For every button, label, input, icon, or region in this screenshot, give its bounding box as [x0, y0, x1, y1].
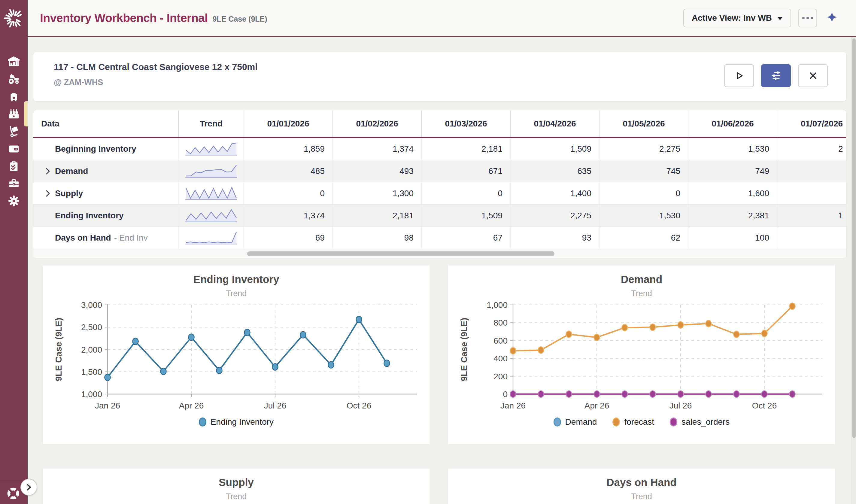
page-title: Inventory Workbench - Internal [40, 12, 208, 25]
table-cell: 745 [600, 160, 689, 182]
sidebar-item-inventory[interactable] [0, 105, 28, 123]
tank-icon [7, 90, 20, 103]
sidebar-item-settings[interactable] [0, 192, 28, 210]
sidebar-item-finance[interactable] [0, 140, 28, 157]
trend-sparkline [179, 227, 244, 249]
active-view-dropdown[interactable]: Active View: Inv WB [683, 9, 791, 27]
y-tick-label: 1,000 [486, 300, 507, 310]
trend-sparkline [179, 182, 244, 204]
sidebar [0, 0, 28, 504]
table-cell: 1,300 [333, 182, 422, 204]
expand-row-chevron[interactable] [46, 190, 55, 197]
column-header-01-04-2026: 01/04/2026 [511, 110, 600, 137]
sliders-icon [771, 70, 782, 81]
table-cell: 2,275 [511, 204, 600, 227]
x-tick-label: Apr 26 [179, 401, 204, 410]
y-tick-label: 1,000 [81, 390, 102, 399]
column-header-data: Data [33, 110, 179, 137]
more-options-button[interactable] [798, 9, 817, 27]
table-cell: 1,400 [511, 182, 600, 204]
table-row-ending-inventory[interactable]: Ending Inventory1,3742,1811,5092,2751,53… [33, 204, 846, 227]
table-row-demand[interactable]: Demand485493671635745749 [33, 160, 846, 182]
row-label: Demand [33, 160, 179, 182]
bottle-crate-icon [7, 108, 20, 120]
chart-title: Supply [43, 469, 429, 488]
legend-item-forecast[interactable]: forecast [612, 417, 654, 427]
active-view-label: Active View: Inv WB [692, 13, 772, 23]
app-logo-burst [2, 7, 25, 30]
table-cell: 635 [511, 160, 600, 182]
series-ending-inventory [105, 316, 390, 381]
row-sublabel: - End Inv [114, 233, 148, 243]
legend-item-demand[interactable]: Demand [554, 417, 597, 427]
sidebar-item-tasks[interactable] [0, 157, 28, 175]
legend-label: Demand [565, 417, 597, 427]
app-logo[interactable] [0, 0, 28, 37]
table-cell: 1,600 [689, 182, 777, 204]
x-tick-label: Apr 26 [584, 401, 609, 410]
gear-icon [7, 195, 20, 207]
x-tick-label: Jan 26 [95, 401, 120, 410]
table-cell [777, 227, 846, 249]
toolbox-icon [7, 177, 20, 190]
play-icon [734, 71, 744, 81]
chart-title: Days on Hand [448, 469, 835, 488]
series-sales-orders [510, 391, 795, 397]
legend-item-ending-inventory[interactable]: Ending Inventory [199, 417, 274, 427]
table-row-beginning-inventory[interactable]: Beginning Inventory1,8591,3742,1811,5092… [33, 138, 846, 160]
sidebar-item-warehouse[interactable] [0, 53, 28, 70]
sidebar-item-tractor[interactable] [0, 70, 28, 88]
table-cell: 0 [244, 182, 333, 204]
y-tick-label: 2,500 [81, 323, 102, 332]
column-header-01-01-2026: 01/01/2026 [244, 110, 333, 137]
sidebar-item-shipping[interactable] [0, 123, 28, 140]
table-cell: 100 [689, 227, 777, 249]
table-cell: 0 [422, 182, 511, 204]
close-button[interactable] [798, 64, 828, 87]
table-cell: 69 [244, 227, 333, 249]
chevron-down-icon [777, 17, 783, 20]
column-header-01-02-2026: 01/02/2026 [333, 110, 422, 137]
y-axis-label: 9LE Case (9LE) [459, 318, 469, 381]
chart-legend: Demandforecastsales_orders [448, 417, 835, 427]
horizontal-scrollbar [33, 249, 846, 258]
clipboard-check-icon [7, 160, 20, 173]
table-cell: 98 [333, 227, 422, 249]
sidebar-expand-button[interactable] [20, 479, 37, 496]
run-button[interactable] [724, 64, 754, 87]
chart-title: Ending Inventory [43, 266, 429, 285]
trend-sparkline [179, 204, 244, 227]
table-cell: 62 [600, 227, 689, 249]
table-header-row: DataTrend01/01/202601/02/202601/03/20260… [33, 110, 846, 138]
table-cell: 1 [777, 204, 846, 227]
chart-legend: Ending Inventory [43, 417, 429, 427]
table-cell: 2,181 [333, 204, 422, 227]
data-table: DataTrend01/01/202601/02/202601/03/20260… [33, 110, 846, 258]
warehouse-icon [7, 55, 20, 68]
ending-inventory-plot: 1,0001,5002,0002,5003,000Jan 26Apr 26Jul… [43, 300, 429, 417]
column-header-trend: Trend [179, 110, 244, 137]
y-tick-label: 600 [494, 336, 507, 345]
column-header-01-07-2026: 01/07/2026 [777, 110, 846, 137]
ai-sparkle-icon[interactable] [824, 11, 839, 25]
expand-row-chevron[interactable] [46, 167, 55, 175]
sidebar-item-tank[interactable] [0, 88, 28, 105]
legend-item-sales-orders[interactable]: sales_orders [670, 417, 730, 427]
demand-plot: 02004006008001,000Jan 26Apr 26Jul 26Oct … [448, 300, 835, 417]
help-button[interactable] [6, 487, 20, 500]
table-cell: 1,374 [333, 138, 422, 160]
vertical-scrollbar-thumb[interactable] [852, 38, 856, 438]
horizontal-scrollbar-thumb[interactable] [247, 251, 554, 256]
adjust-settings-button[interactable] [761, 64, 791, 87]
chart-card-ending-inventory: Ending Inventory Trend 1,0001,5002,0002,… [43, 266, 429, 444]
chevron-right-icon [25, 483, 32, 492]
wallet-icon [7, 142, 20, 155]
table-row-supply[interactable]: Supply01,30001,40001,600 [33, 182, 846, 204]
y-tick-label: 800 [494, 318, 507, 327]
chart-card-supply: Supply Trend [43, 469, 429, 504]
legend-marker [199, 417, 206, 427]
sidebar-item-tools[interactable] [0, 175, 28, 192]
legend-label: sales_orders [681, 417, 730, 427]
y-axis-label: 9LE Case (9LE) [54, 318, 64, 381]
table-row-days-on-hand[interactable]: Days on Hand- End Inv6998679362100 [33, 227, 846, 249]
